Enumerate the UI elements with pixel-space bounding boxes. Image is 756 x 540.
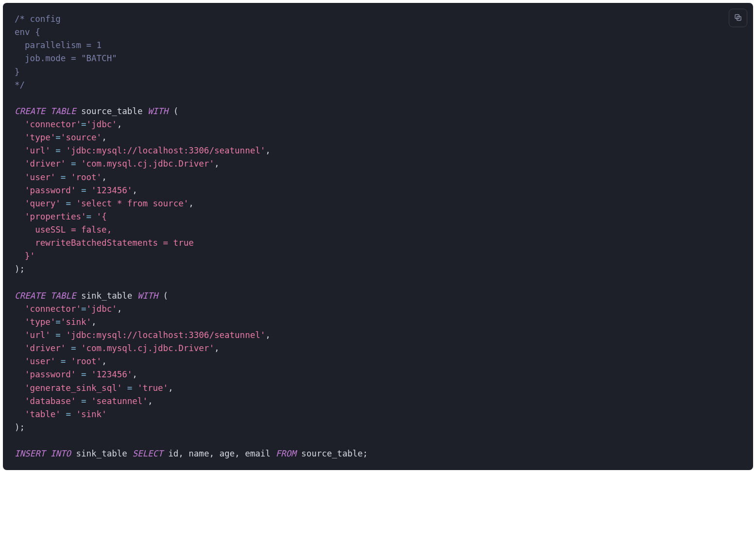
punct: , (265, 330, 271, 340)
indent (15, 330, 25, 340)
string: 'url' (25, 146, 51, 155)
keyword: WITH (137, 291, 158, 301)
indent (15, 212, 25, 221)
operator: = (51, 146, 66, 155)
operator: = (66, 159, 81, 169)
operator: = (86, 212, 92, 221)
string: 'root' (71, 356, 102, 366)
string: }' (15, 251, 35, 261)
punct: , (148, 396, 153, 406)
string: 'password' (25, 370, 76, 379)
keyword: INSERT (15, 449, 45, 458)
punct: ( (173, 106, 179, 116)
operator: = (51, 330, 66, 340)
punct: , (102, 133, 107, 142)
string: useSSL = false, (15, 225, 112, 235)
string: 'com.mysql.cj.jdbc.Driver' (81, 343, 214, 353)
string: 'properties' (25, 212, 86, 221)
comment-line: parallelism = 1 (15, 40, 102, 50)
indent (15, 343, 25, 353)
punct: , (117, 304, 122, 314)
punct: ( (163, 291, 169, 301)
string: 'password' (25, 186, 76, 195)
indent (15, 146, 25, 155)
punct: , (214, 159, 220, 169)
keyword: WITH (148, 106, 168, 116)
comment-line: /* config (15, 14, 61, 24)
string: 'com.mysql.cj.jdbc.Driver' (81, 159, 214, 169)
operator: = (81, 304, 86, 314)
string: 'sink' (76, 409, 106, 419)
punct: , (132, 370, 137, 379)
string: 'connector' (25, 304, 81, 314)
string: 'url' (25, 330, 51, 340)
string: 'type' (25, 317, 55, 327)
keyword: SELECT (132, 449, 163, 458)
copy-button[interactable] (729, 9, 747, 27)
indent (15, 186, 25, 195)
string: rewriteBatchedStatements = true (15, 238, 194, 248)
string: 'query' (25, 199, 61, 208)
string: 'true' (137, 383, 168, 393)
string: 'root' (71, 172, 102, 182)
string: 'user' (25, 356, 55, 366)
keyword: TABLE (51, 106, 76, 116)
operator: = (61, 409, 76, 419)
indent (15, 356, 25, 366)
punct: , (189, 199, 194, 208)
operator: = (66, 343, 81, 353)
code-block: /* config env { parallelism = 1 job.mode… (3, 3, 753, 470)
string: 'driver' (25, 343, 66, 353)
comment-line: } (15, 67, 20, 77)
string: 'source' (61, 133, 102, 142)
string: '{ (97, 212, 107, 221)
indent (15, 304, 25, 314)
identifier: sink_table (81, 291, 132, 301)
string: 'jdbc:mysql://localhost:3306/seatunnel' (66, 330, 265, 340)
operator: = (122, 383, 137, 393)
identifier: id, name, age, email (168, 449, 271, 458)
punct: ); (15, 264, 25, 274)
punct: , (132, 186, 137, 195)
string: 'sink' (61, 317, 91, 327)
comment-line: env { (15, 27, 40, 37)
operator: = (76, 370, 91, 379)
indent (15, 409, 25, 419)
string: 'generate_sink_sql' (25, 383, 122, 393)
punct: , (117, 119, 122, 129)
comment-line: job.mode = "BATCH" (15, 53, 117, 63)
string: 'driver' (25, 159, 66, 169)
indent (15, 119, 25, 129)
indent (15, 317, 25, 327)
identifier: sink_table (76, 449, 127, 458)
keyword: TABLE (51, 291, 76, 301)
punct: , (265, 146, 271, 155)
punct: , (102, 356, 107, 366)
punct: , (102, 172, 107, 182)
punct: ); (15, 422, 25, 432)
string: 'user' (25, 172, 55, 182)
operator: = (76, 186, 91, 195)
comment-line: */ (15, 80, 25, 90)
operator: = (61, 199, 76, 208)
identifier: source_table; (301, 449, 368, 458)
identifier: source_table (81, 106, 142, 116)
string: 'table' (25, 409, 61, 419)
indent (15, 396, 25, 406)
string: '123456' (91, 370, 132, 379)
indent (15, 370, 25, 379)
string: 'jdbc' (86, 119, 117, 129)
operator: = (55, 172, 71, 182)
operator: = (55, 133, 61, 142)
string: 'type' (25, 133, 55, 142)
operator: = (55, 317, 61, 327)
operator: = (76, 396, 91, 406)
indent (15, 383, 25, 393)
indent (15, 172, 25, 182)
indent (15, 133, 25, 142)
string: 'jdbc' (86, 304, 117, 314)
string: 'seatunnel' (91, 396, 148, 406)
punct: , (168, 383, 173, 393)
keyword: CREATE (15, 106, 45, 116)
copy-icon (734, 13, 742, 23)
